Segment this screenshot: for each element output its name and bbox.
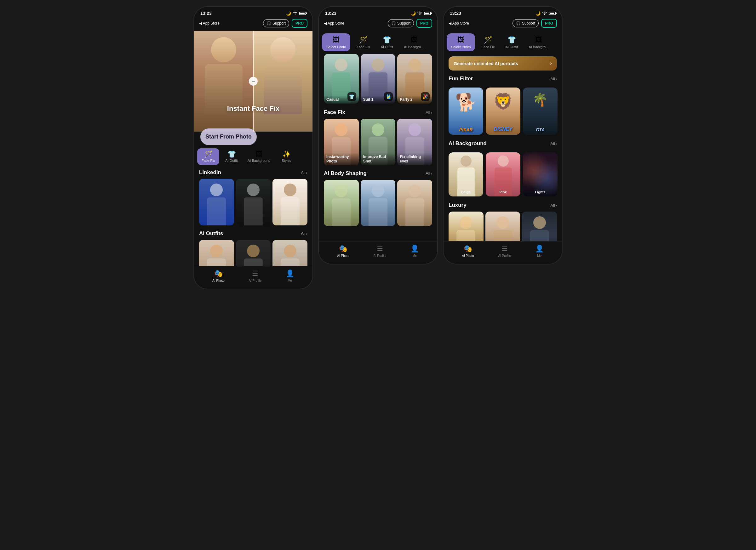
top-tab-ai-bg-3[interactable]: 🖼 AI Backgro...	[524, 33, 553, 51]
outfit-suit-card[interactable]: Suit 1 🎽	[361, 54, 396, 104]
status-time-3: 13:23	[450, 11, 461, 16]
luxury-title: Luxury	[449, 202, 467, 209]
top-tab-face-fix-3[interactable]: 🪄 Face Fix	[477, 33, 499, 51]
support-button-3[interactable]: 🎧 Support	[513, 19, 539, 27]
ai-bg-top-label-3: AI Backgro...	[529, 45, 548, 49]
ai-background-header: AI Background All	[449, 140, 557, 147]
body-shaping-title: AI Body Shaping	[324, 170, 367, 177]
ai-profile-nav-icon-3: ☰	[501, 245, 508, 253]
top-tab-ai-bg-2[interactable]: 🖼 AI Backgro...	[399, 33, 428, 51]
nav-ai-photo-label-3: AI Photo	[462, 254, 474, 258]
status-icons-3: 🌙	[535, 11, 556, 16]
fun-filter-all[interactable]: All	[550, 77, 557, 81]
top-tab-face-fix-2[interactable]: 🪄 Face Fix	[352, 33, 374, 51]
nav-ai-profile-1[interactable]: ☰ AI Profile	[249, 270, 261, 282]
body-shaping-grid	[324, 180, 432, 226]
pixar-dog: 🐕	[455, 92, 477, 113]
face-fix-section-title: Face Fix	[324, 109, 345, 116]
back-link-2[interactable]: ◀ App Store	[324, 21, 344, 26]
nav-ai-photo-2[interactable]: 🎭 AI Photo	[337, 245, 349, 258]
improve-bad-shot-card[interactable]: Improve Bad Shot	[361, 119, 396, 165]
outfit-party-card[interactable]: Party 2 🎉	[397, 54, 432, 104]
body-card-3[interactable]	[397, 180, 432, 226]
face-fix-section: Face Fix All Insta-worthy Photo Improve …	[319, 107, 437, 168]
filter-disney-card[interactable]: 🦁 DISNEY	[486, 88, 520, 135]
moon-icon-2: 🌙	[411, 11, 416, 16]
tab-face-fix[interactable]: 🪄 Face Fix	[197, 148, 219, 165]
filter-pixar-card[interactable]: 🐕 PIXAR	[449, 88, 483, 135]
nav-ai-profile-label-2: AI Profile	[373, 254, 386, 258]
pro-button-1[interactable]: PRO	[292, 19, 307, 28]
nav-me-label-3: Me	[537, 254, 541, 258]
ai-background-all[interactable]: All	[550, 141, 557, 146]
hero-person-right	[253, 31, 312, 132]
nav-ai-profile-2[interactable]: ☰ AI Profile	[373, 245, 386, 258]
tab-ai-outfit-label: AI Outfit	[225, 159, 238, 163]
body-shaping-all[interactable]: All	[426, 171, 432, 176]
tab-nav-1: 🪄 Face Fix 👕 AI Outfit 🖼 AI Background ✨…	[194, 145, 312, 167]
tab-styles[interactable]: ✨ Styles	[275, 148, 297, 165]
top-tab-select-photo-3[interactable]: 🖼 Select Photo	[447, 33, 475, 51]
bg-lights-card[interactable]: Lights	[523, 152, 558, 197]
insta-worthy-card[interactable]: Insta-worthy Photo	[324, 119, 359, 165]
linkedin-all[interactable]: All	[301, 170, 307, 175]
nav-me-3[interactable]: 👤 Me	[535, 245, 544, 258]
wifi-icon-2	[417, 11, 422, 16]
select-photo-icon: 🖼	[333, 36, 340, 44]
body-card-2[interactable]	[361, 180, 396, 226]
select-photo-label: Select Photo	[326, 45, 346, 49]
start-from-photo-button[interactable]: Start From Photo	[200, 129, 257, 145]
support-button-1[interactable]: 🎧 Support	[263, 19, 289, 27]
nav-ai-profile-label-1: AI Profile	[249, 279, 261, 282]
status-time-1: 13:23	[200, 11, 212, 16]
hero-arrow: →	[249, 77, 258, 86]
nav-ai-profile-3[interactable]: ☰ AI Profile	[498, 245, 511, 258]
pro-button-3[interactable]: PRO	[541, 19, 557, 28]
generate-banner[interactable]: Generate unlimited AI portraits ›	[449, 56, 557, 71]
linkedin-card-3[interactable]	[272, 179, 307, 226]
top-tab-ai-outfit-3[interactable]: 👕 AI Outfit	[501, 33, 523, 51]
luxury-header: Luxury All	[449, 202, 557, 209]
outfit-grid-2: Casual 👕 Suit 1 🎽 Party 2 🎉	[319, 54, 437, 107]
back-link-3[interactable]: ◀ App Store	[449, 21, 469, 26]
fun-filter-header: Fun Filter All	[449, 76, 557, 82]
nav-me-label-1: Me	[288, 279, 292, 282]
bg-pink-card[interactable]: Pink	[486, 152, 520, 197]
nav-ai-photo-1[interactable]: 🎭 AI Photo	[212, 270, 224, 282]
bg-beige-label: Beige	[449, 190, 483, 194]
bg-beige-card[interactable]: Beige	[449, 152, 483, 197]
bg-pink-label: Pink	[486, 190, 520, 194]
face-fix-grid: Insta-worthy Photo Improve Bad Shot Fix …	[324, 119, 432, 165]
nav-me-1[interactable]: 👤 Me	[286, 270, 294, 282]
ai-bg-top-icon-3: 🖼	[535, 36, 542, 44]
casual-overlay-icon: 👕	[347, 92, 356, 101]
face-fix-all[interactable]: All	[426, 110, 432, 115]
nav-me-2[interactable]: 👤 Me	[410, 245, 419, 258]
app-header-1: ◀ App Store 🎧 Support PRO	[194, 18, 312, 31]
phone-screen-2: 13:23 🌙 ◀ App Store 🎧 Support PRO 🖼 Se	[318, 6, 438, 265]
ai-outfit-top-icon: 👕	[383, 36, 391, 44]
select-photo-icon-3: 🖼	[457, 36, 464, 44]
ai-outfit-icon: 👕	[227, 151, 236, 158]
outfit-casual-card[interactable]: Casual 👕	[324, 54, 359, 104]
ai-profile-nav-icon-2: ☰	[377, 245, 383, 253]
fix-blinking-card[interactable]: Fix blinking eyes	[397, 119, 432, 165]
nav-ai-photo-3[interactable]: 🎭 AI Photo	[462, 245, 474, 258]
nav-ai-profile-label-3: AI Profile	[498, 254, 511, 258]
top-tab-ai-outfit-2[interactable]: 👕 AI Outfit	[376, 33, 398, 51]
disney-lion: 🦁	[493, 92, 513, 111]
filter-gta-card[interactable]: 🌴 GTA	[523, 88, 558, 135]
top-tab-select-photo-2[interactable]: 🖼 Select Photo	[322, 33, 350, 51]
luxury-all[interactable]: All	[550, 203, 557, 208]
ai-photo-nav-icon: 🎭	[214, 270, 223, 278]
support-button-2[interactable]: 🎧 Support	[388, 19, 414, 27]
back-link-1[interactable]: ◀ App Store	[199, 21, 220, 26]
bottom-nav-3: 🎭 AI Photo ☰ AI Profile 👤 Me	[444, 241, 562, 264]
tab-ai-background[interactable]: 🖼 AI Background	[244, 148, 274, 165]
ai-outfits-all[interactable]: All	[301, 231, 307, 236]
tab-ai-outfit[interactable]: 👕 AI Outfit	[221, 148, 243, 165]
pro-button-2[interactable]: PRO	[416, 19, 432, 28]
linkedin-card-2[interactable]	[236, 179, 271, 226]
body-card-1[interactable]	[324, 180, 359, 226]
linkedin-card-1[interactable]	[199, 179, 234, 226]
